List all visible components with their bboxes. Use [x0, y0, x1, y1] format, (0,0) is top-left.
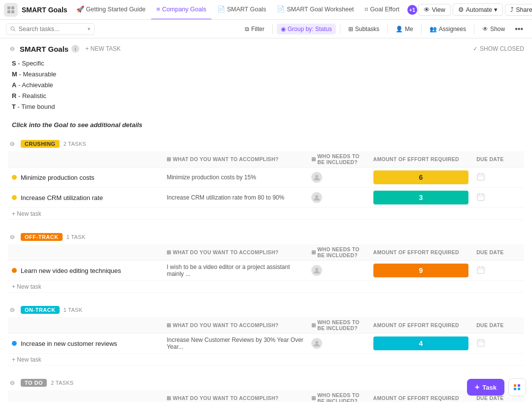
col-header-accomplish: ⊞ WHAT DO YOU WANT TO ACCOMPLISH? — [163, 317, 307, 334]
grid-dots-icon — [514, 384, 521, 390]
show-closed-btn[interactable]: ✓ SHOW CLOSED — [473, 45, 524, 52]
due-date-cell-0-1[interactable] — [472, 188, 524, 208]
show-button[interactable]: 👁 Show — [478, 24, 509, 34]
who-col-icon: ⊞ — [311, 395, 316, 402]
col-header-effort: AMOUNT OF EFFORT REQUIRED — [369, 244, 473, 261]
group-collapse-off-track[interactable]: ⊖ — [8, 233, 17, 241]
task-dot-0-0 — [12, 175, 17, 180]
who-col-icon: ⊞ — [311, 322, 316, 329]
checkmark-icon: ✓ — [473, 45, 478, 52]
status-badge-crushing: CRUSHING — [21, 140, 60, 148]
calendar-icon-2-0 — [476, 338, 485, 347]
accomplish-cell-0-0: Minimize production costs by 15% — [163, 168, 307, 188]
effort-cell-0-0: 6 — [369, 168, 473, 188]
app-icon — [4, 3, 18, 17]
group-by-button[interactable]: ◉ Group by: Status — [277, 24, 336, 34]
grid-apps-btn[interactable] — [508, 378, 526, 396]
col-header-task — [8, 390, 163, 402]
effort-cell-2-0: 4 — [369, 334, 473, 354]
group-collapse-to-do[interactable]: ⊖ — [8, 378, 17, 387]
share-button[interactable]: ⤴ Share — [505, 4, 532, 16]
new-task-link-0[interactable]: + New task — [12, 210, 41, 217]
info-icon[interactable]: i — [71, 45, 79, 53]
due-date-cell-0-0[interactable] — [472, 168, 524, 188]
group-collapse-crushing[interactable]: ⊖ — [8, 139, 17, 148]
group-collapse-on-track[interactable]: ⊖ — [8, 305, 17, 314]
table-row[interactable]: Learn new video editing techniques I wis… — [8, 261, 524, 281]
worksheet-icon: 📄 — [277, 5, 285, 13]
col-header-due: DUE DATE — [472, 151, 524, 168]
group-off-track: ⊖ OFF-TRACK 1 TASK ⊞ WHAT DO YOU WANT TO… — [8, 230, 524, 293]
automate-button[interactable]: ⚙ Automate ▾ — [453, 3, 503, 16]
tab-goal-effort[interactable]: ⌗ Goal Effort — [360, 0, 404, 20]
who-col-icon: ⊞ — [311, 249, 316, 256]
tab-company-goals[interactable]: ≡ Company Goals — [151, 0, 211, 20]
task-dot-1-0 — [12, 268, 17, 273]
search-box[interactable]: ▾ — [6, 23, 95, 35]
avatar-0-1 — [311, 192, 322, 203]
filter-button[interactable]: ⧉ Filter — [241, 24, 268, 34]
tab-getting-started[interactable]: 🚀 Getting Started Guide — [71, 0, 151, 20]
status-badge-to-do: TO DO — [21, 379, 47, 387]
more-tabs-btn[interactable]: +1 — [407, 5, 417, 15]
separator-2 — [340, 24, 340, 34]
automate-icon: ⚙ — [458, 6, 464, 13]
svg-point-6 — [315, 175, 318, 178]
task-count-on-track: 1 TASK — [64, 307, 83, 313]
col-header-effort: AMOUNT OF EFFORT REQUIRED — [369, 151, 473, 168]
acronym-s: S - Specific — [12, 58, 524, 69]
tab-smart-goal-worksheet[interactable]: 📄 SMART Goal Worksheet — [272, 0, 359, 20]
group-by-icon: ◉ — [281, 26, 286, 33]
col-header-due: DUE DATE — [472, 244, 524, 261]
task-name-cell-2-0[interactable]: Increase in new customer reviews — [8, 334, 163, 354]
share-icon: ⤴ — [510, 6, 514, 13]
search-input[interactable] — [19, 26, 85, 33]
section-collapse-btn[interactable]: ⊖ — [8, 44, 17, 53]
toolbar-more-button[interactable]: ••• — [512, 23, 526, 35]
table-header-row: ⊞ WHAT DO YOU WANT TO ACCOMPLISH? ⊞ WHO … — [8, 317, 524, 334]
view-button[interactable]: 👁 View — [418, 4, 451, 16]
svg-point-11 — [315, 195, 318, 198]
due-date-cell-1-0[interactable] — [472, 261, 524, 281]
col-header-who: ⊞ WHO NEEDS TO BE INCLUDED? — [307, 317, 369, 334]
tab-smart-goals[interactable]: 📄 SMART Goals — [212, 0, 271, 20]
group-header-on-track: ⊖ ON-TRACK 1 TASK — [8, 302, 524, 317]
task-count-crushing: 2 TASKS — [64, 141, 86, 147]
due-date-cell-2-0[interactable] — [472, 334, 524, 354]
col-header-accomplish: ⊞ WHAT DO YOU WANT TO ACCOMPLISH? — [163, 244, 307, 261]
section-header: ⊖ SMART Goals i + NEW TASK ✓ SHOW CLOSED — [8, 44, 524, 53]
accomplish-cell-0-1: Increase CRM utilization rate from 80 to… — [163, 188, 307, 208]
assignees-button[interactable]: 👥 Assignees — [426, 24, 470, 34]
section-title: SMART Goals — [20, 45, 68, 53]
task-name-cell-1-0[interactable]: Learn new video editing techniques — [8, 261, 163, 281]
new-task-fab[interactable]: + Task — [467, 379, 504, 396]
separator-5 — [474, 24, 474, 34]
svg-rect-12 — [477, 194, 484, 201]
acronym-r: R - Realistic — [12, 91, 524, 101]
task-name-cell-0-1[interactable]: Increase CRM utilization rate — [8, 188, 163, 208]
main-content: ⊖ SMART Goals i + NEW TASK ✓ SHOW CLOSED… — [0, 38, 532, 402]
separator-3 — [387, 24, 388, 34]
nav-right: 👁 View ⚙ Automate ▾ ⤴ Share — [418, 3, 532, 16]
new-task-link-2[interactable]: + New task — [12, 356, 41, 363]
table-row[interactable]: Minimize production costs Minimize produ… — [8, 168, 524, 188]
new-task-header-btn[interactable]: + NEW TASK — [82, 44, 124, 53]
task-name-text-0-1: Increase CRM utilization rate — [21, 194, 103, 201]
acronym-t: T - Time bound — [12, 101, 524, 112]
new-task-link-1[interactable]: + New task — [12, 283, 41, 290]
group-to-do: ⊖ TO DO 2 TASKS ⊞ WHAT DO YOU WANT TO AC… — [8, 375, 524, 402]
svg-rect-3 — [11, 10, 14, 13]
calendar-icon-1-0 — [476, 266, 485, 274]
search-icon — [10, 26, 16, 32]
new-task-row: + New task — [8, 281, 524, 293]
effort-cell-0-1: 3 — [369, 188, 473, 208]
status-badge-on-track: ON-TRACK — [21, 306, 60, 314]
table-row[interactable]: Increase in new customer reviews Increas… — [8, 334, 524, 354]
table-row[interactable]: Increase CRM utilization rate Increase C… — [8, 188, 524, 208]
groups-container: ⊖ CRUSHING 2 TASKS ⊞ WHAT DO YOU WANT TO… — [8, 136, 524, 402]
me-button[interactable]: 👤 Me — [392, 24, 417, 34]
calendar-icon-0-1 — [476, 193, 485, 201]
task-name-cell-0-0[interactable]: Minimize production costs — [8, 168, 163, 188]
task-name-text-0-0: Minimize production costs — [21, 174, 95, 181]
subtasks-button[interactable]: ⊞ Subtasks — [344, 24, 383, 34]
